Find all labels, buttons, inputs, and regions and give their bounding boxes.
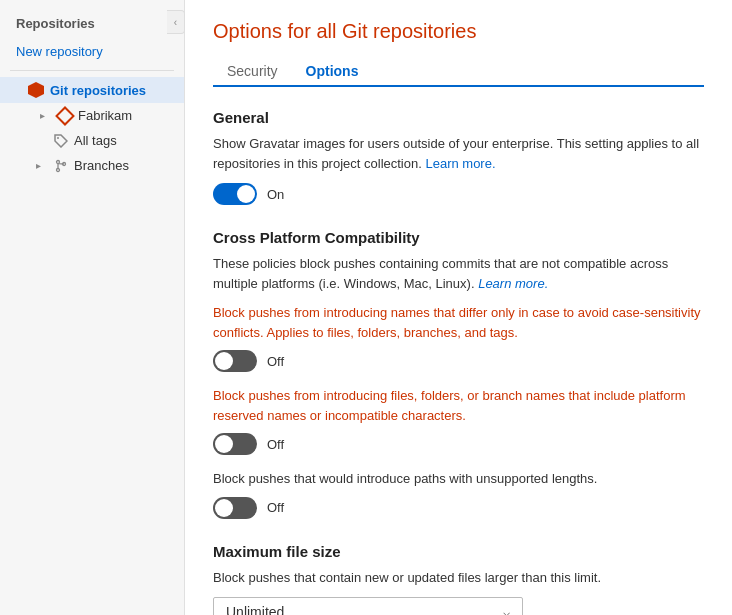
general-toggle[interactable] xyxy=(213,183,257,205)
new-repository-link[interactable]: New repository xyxy=(0,39,184,64)
expander-icon: ▸ xyxy=(36,160,48,171)
general-learn-more-link[interactable]: Learn more. xyxy=(425,156,495,171)
general-title: General xyxy=(213,109,704,126)
cross-platform-toggle3-label: Off xyxy=(267,500,284,515)
toggle-knob xyxy=(215,499,233,517)
svg-point-1 xyxy=(57,160,60,163)
cross-platform-learn-more-link[interactable]: Learn more. xyxy=(478,276,548,291)
general-toggle-label: On xyxy=(267,187,284,202)
main-content: Options for all Git repositories Securit… xyxy=(185,0,732,615)
cross-platform-item2-desc: Block pushes from introducing files, fol… xyxy=(213,386,704,425)
toggle-knob xyxy=(215,352,233,370)
general-toggle-row: On xyxy=(213,183,704,205)
sidebar-divider xyxy=(10,70,174,71)
cross-platform-section: Cross Platform Compatibility These polic… xyxy=(213,229,704,519)
sidebar-title: Repositories xyxy=(0,12,184,39)
sidebar-collapse-button[interactable]: ‹ xyxy=(167,10,185,34)
svg-point-0 xyxy=(57,137,59,139)
cross-platform-toggle2[interactable] xyxy=(213,433,257,455)
cross-platform-title: Cross Platform Compatibility xyxy=(213,229,704,246)
cross-platform-toggle1[interactable] xyxy=(213,350,257,372)
cross-platform-item1-desc: Block pushes from introducing names that… xyxy=(213,303,704,342)
cross-platform-toggle1-row: Off xyxy=(213,350,704,372)
tabs-container: Security Options xyxy=(213,57,704,87)
sidebar-item-label: All tags xyxy=(74,133,117,148)
sidebar-item-label: Git repositories xyxy=(50,83,146,98)
cross-platform-toggle3[interactable] xyxy=(213,497,257,519)
fabrikam-icon xyxy=(55,106,75,126)
cross-platform-toggle3-row: Off xyxy=(213,497,704,519)
max-file-size-section: Maximum file size Block pushes that cont… xyxy=(213,543,704,616)
cross-platform-toggle1-label: Off xyxy=(267,354,284,369)
cross-platform-toggle2-label: Off xyxy=(267,437,284,452)
tab-security[interactable]: Security xyxy=(213,57,292,87)
max-file-size-desc: Block pushes that contain new or updated… xyxy=(213,568,704,588)
git-repo-icon xyxy=(28,82,44,98)
toggle-knob xyxy=(215,435,233,453)
sidebar-item-git-repositories[interactable]: Git repositories xyxy=(0,77,184,103)
svg-point-2 xyxy=(57,168,60,171)
max-file-size-dropdown[interactable]: Unlimited ⌵ xyxy=(213,597,523,615)
general-desc: Show Gravatar images for users outside o… xyxy=(213,134,704,173)
sidebar-item-all-tags[interactable]: All tags xyxy=(0,128,184,153)
tag-icon xyxy=(54,134,68,148)
general-section: General Show Gravatar images for users o… xyxy=(213,109,704,205)
cross-platform-intro: These policies block pushes containing c… xyxy=(213,254,704,293)
cross-platform-item3-desc: Block pushes that would introduce paths … xyxy=(213,469,704,489)
chevron-down-icon: ⌵ xyxy=(503,605,510,615)
sidebar-item-label: Branches xyxy=(74,158,129,173)
cross-platform-toggle2-row: Off xyxy=(213,433,704,455)
sidebar-item-fabrikam[interactable]: ▸ Fabrikam xyxy=(20,103,184,128)
sidebar-item-label: Fabrikam xyxy=(78,108,132,123)
page-title: Options for all Git repositories xyxy=(213,20,704,43)
branch-icon xyxy=(54,159,68,173)
expander-icon: ▸ xyxy=(40,110,52,121)
dropdown-value: Unlimited xyxy=(226,604,284,615)
sidebar: ‹ Repositories New repository Git reposi… xyxy=(0,0,185,615)
toggle-knob xyxy=(237,185,255,203)
max-file-size-title: Maximum file size xyxy=(213,543,704,560)
tab-options[interactable]: Options xyxy=(292,57,373,87)
sidebar-item-branches[interactable]: ▸ Branches xyxy=(0,153,184,178)
